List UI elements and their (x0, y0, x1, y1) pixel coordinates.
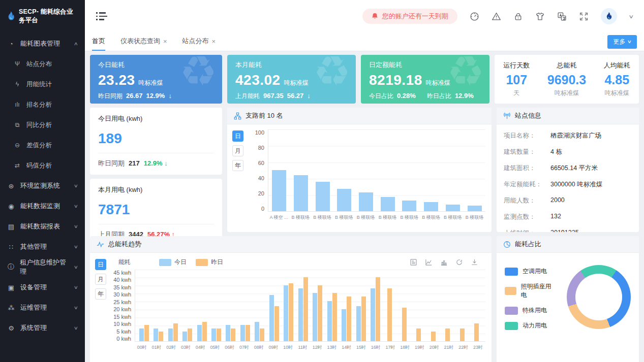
hour-group (195, 322, 209, 341)
period-button-日[interactable]: 日 (95, 259, 106, 270)
sidebar-subitem-差值分析[interactable]: ⊖差值分析 (0, 135, 85, 155)
site-info-row: 项目名称：栖霞湖滨财富广场 (504, 127, 632, 144)
close-tab-icon[interactable]: × (163, 38, 167, 45)
legend-item-今日[interactable]: 今日 (159, 258, 187, 267)
data-view-icon[interactable] (410, 258, 417, 266)
bar-今日 (327, 301, 332, 341)
bar-今日 (139, 328, 144, 341)
hour-group (455, 328, 469, 341)
warning-triangle-icon[interactable] (492, 12, 501, 21)
bar-昨日 (231, 328, 235, 341)
sidebar-item-其他管理[interactable]: ∷其他管理∨ (0, 237, 85, 257)
x-tick-label: B 楼联络 (464, 214, 485, 221)
pie-legend-item-照明插座用电[interactable]: 照明插座用电 (505, 282, 553, 300)
line-chart-icon[interactable] (425, 258, 433, 266)
bar-今日 (313, 293, 317, 341)
period-button-月[interactable]: 月 (95, 274, 106, 285)
bar-chart-icon[interactable] (440, 258, 448, 266)
lightning-icon: ϟ (13, 81, 21, 88)
lock-icon[interactable] (513, 12, 523, 21)
bar (381, 197, 395, 211)
bar-今日 (298, 288, 303, 341)
tshirt-theme-icon[interactable] (535, 12, 545, 21)
sidebar-item-能耗数据报表[interactable]: ▤能耗数据报表∨ (0, 216, 85, 237)
stat-value: 107 (503, 73, 530, 87)
period-switcher: 日月年 (95, 259, 106, 300)
hour-group (224, 325, 238, 341)
site-info-value: 132 (550, 213, 561, 221)
sidebar-subitem-同比分析[interactable]: ⧉同比分析 (0, 115, 85, 135)
sidebar-subitem-排名分析[interactable]: ılı排名分析 (0, 94, 85, 115)
bar-昨日 (217, 328, 221, 341)
bar-昨日 (402, 308, 407, 341)
sidebar-item-设备管理[interactable]: ▣设备管理∨ (0, 277, 85, 298)
pie-legend-item-动力用电[interactable]: 动力用电 (505, 321, 553, 330)
site-info-value: 3000000 吨标准煤 (550, 180, 602, 189)
pie-legend-item-特殊用电[interactable]: 特殊用电 (505, 306, 553, 315)
sidebar-item-label: 租户信息维护管理 (20, 258, 69, 276)
energy-ratio-panel: 能耗占比 空调用电照明插座用电特殊用电动力用电 (497, 236, 639, 362)
x-tick-label: 08时 (252, 344, 266, 351)
legend-swatch (159, 259, 171, 266)
card-today-energy: ♻ 今日能耗 23.23吨标准煤 昨日同期 26.67 12.9% ↓ (90, 55, 222, 104)
y-tick-label: 10 kwh (113, 321, 131, 327)
chevron-down-icon: ∨ (74, 305, 78, 310)
x-tick-label: 13时 (325, 344, 340, 351)
chart-legend: 今日昨日 (159, 258, 223, 267)
pie-legend-item-空调用电[interactable]: 空调用电 (505, 267, 553, 276)
site-info-label: 项目名称： (504, 131, 550, 140)
y-tick-label: 100 (255, 129, 264, 136)
site-info-row: 建筑数量：4 栋 (504, 144, 632, 160)
x-tick-label: 16时 (369, 344, 383, 351)
sidebar-item-租户信息维护管理[interactable]: ⓘ租户信息维护管理∨ (0, 257, 85, 277)
gauge-icon[interactable] (470, 12, 479, 21)
period-button-年[interactable]: 年 (232, 160, 243, 171)
x-axis-labels: A 楼空 ...B 楼联络B 楼联络B 楼联络B 楼联络B 楼联络B 楼联络B … (268, 214, 485, 221)
site-info-label: 年定额能耗： (504, 180, 550, 189)
chevron-down-icon[interactable]: ∨ (628, 14, 634, 19)
download-icon[interactable] (471, 258, 478, 266)
x-tick-label: 11时 (295, 344, 310, 351)
legend-item-昨日[interactable]: 昨日 (196, 258, 223, 267)
x-tick-label: 04时 (193, 344, 208, 351)
tab-meter-status[interactable]: 仪表状态查询 × (120, 32, 167, 51)
stat-item: 运行天数107天 (503, 61, 530, 97)
sidebar-item-能耗数据监测[interactable]: ◉能耗数据监测∨ (0, 196, 85, 216)
sidebar-item-系统管理[interactable]: ⚙系统管理∨ (0, 318, 85, 338)
sidebar-subitem-站点分布[interactable]: Ψ站点分布 (0, 54, 85, 74)
sidebar-item-能耗图表管理[interactable]: ◔能耗图表管理∧ (0, 34, 85, 54)
dashboard-content: ♻ 今日能耗 23.23吨标准煤 昨日同期 26.67 12.9% ↓ ♻ 本月… (85, 51, 644, 362)
card-title: 今日能耗 (98, 60, 214, 70)
period-button-月[interactable]: 月 (232, 145, 243, 156)
account-expiry-alert[interactable]: 您的账户还有一天到期 (362, 9, 457, 24)
sidebar-subitem-label: 同比分析 (26, 121, 52, 129)
sidebar-item-环境监测系统[interactable]: ⊛环境监测系统∨ (0, 176, 85, 196)
period-button-日[interactable]: 日 (232, 130, 243, 142)
site-info-panel: 站点信息 项目名称：栖霞湖滨财富广场建筑数量：4 栋建筑面积：66505.14 … (497, 108, 639, 232)
today-power-panel: 今日用电 (kwh) 189 昨日同期 217 12.9% ↓ (90, 108, 222, 175)
bar-昨日 (303, 277, 308, 341)
hour-group (137, 325, 151, 341)
more-tabs-button[interactable]: 更多 ∨ (607, 35, 637, 49)
user-avatar[interactable] (601, 8, 617, 24)
refresh-icon[interactable] (455, 258, 463, 266)
sidebar-item-运维管理[interactable]: ⁂运维管理∨ (0, 298, 85, 318)
bar (294, 175, 308, 211)
tab-home[interactable]: 首页 (92, 32, 105, 51)
sidebar-subitem-用能统计[interactable]: ϟ用能统计 (0, 74, 85, 94)
period-button-年[interactable]: 年 (95, 288, 106, 300)
translate-icon[interactable] (557, 12, 567, 21)
collapse-sidebar-button[interactable] (96, 12, 107, 20)
y-tick-label: 40 (258, 175, 264, 181)
close-tab-icon[interactable]: × (212, 38, 216, 45)
bar (468, 206, 482, 211)
card-value: 8219.18 (369, 72, 422, 88)
legend-label: 动力用电 (523, 321, 547, 330)
site-info-row: 监测点数：132 (504, 209, 632, 225)
card-foot-value: 967.35 (263, 92, 284, 100)
pie-legend: 空调用电照明插座用电特殊用电动力用电 (505, 267, 553, 330)
sidebar-subitem-label: 用能统计 (26, 80, 52, 89)
sidebar-subitem-码值分析[interactable]: ⇄码值分析 (0, 155, 85, 176)
tab-site-distribution[interactable]: 站点分布 × (182, 32, 216, 51)
fullscreen-icon[interactable] (579, 12, 589, 21)
